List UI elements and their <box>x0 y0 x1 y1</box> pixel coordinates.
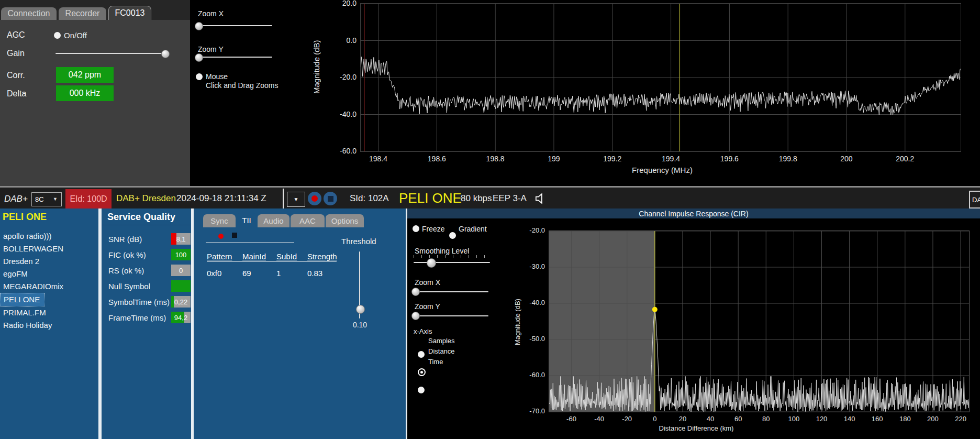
tii-tab-tii[interactable]: TII <box>237 213 257 227</box>
gain-slider-track[interactable] <box>55 53 169 54</box>
spectrum-x-axis-title: Frequency (MHz) <box>618 166 707 174</box>
x-tick-label: -40 <box>594 415 604 423</box>
x-tick-label: 140 <box>844 415 855 423</box>
black-square-icon <box>232 233 237 238</box>
station-item[interactable]: apollo radio))) <box>0 230 56 243</box>
delta-value: 000 kHz <box>56 85 114 101</box>
x-axis-radio-samples[interactable] <box>418 351 425 358</box>
mouse-zoom-radio[interactable] <box>196 73 203 80</box>
tii-tab-aac[interactable]: AAC <box>291 214 325 227</box>
chevron-down-icon: ▼ <box>53 196 58 202</box>
cir-zoom-x-label: Zoom X <box>415 278 440 287</box>
agc-radio[interactable] <box>54 32 61 39</box>
x-tick-label: 198.4 <box>369 155 387 163</box>
x-tick-label: 199.4 <box>662 155 680 163</box>
spectrum-zoom-x-track[interactable] <box>197 25 272 26</box>
tii-tab-options[interactable]: Options <box>326 214 364 227</box>
cir-zoom-y-label: Zoom Y <box>415 302 440 311</box>
corr-label: Corr. <box>7 71 25 80</box>
station-item[interactable]: Dresden 2 <box>0 255 43 268</box>
x-axis-radio-time[interactable] <box>418 387 425 393</box>
tuner-tab-fc0013[interactable]: FC0013 <box>108 6 151 20</box>
sq-value-badge: 8,1 <box>171 233 191 245</box>
tuner-tab-bar: ConnectionRecorderFC0013 <box>0 0 190 20</box>
mouse-zoom-hint: Click and Drag Zooms <box>206 81 279 90</box>
cir-zoom-x-track[interactable] <box>414 291 488 292</box>
tii-cell: 0.83 <box>307 269 322 278</box>
x-tick-label: 199.8 <box>779 155 797 163</box>
freeze-radio[interactable] <box>413 225 419 232</box>
station-item[interactable]: PELI ONE <box>0 293 44 306</box>
station-list: apollo radio)))BOLLERWAGENDresden 2egoFM… <box>0 230 68 332</box>
mouse-zoom-label: Mouse <box>206 72 228 81</box>
station-item[interactable]: Radio Holiday <box>0 319 56 332</box>
tii-col-header: MainId <box>242 252 266 261</box>
protection-level: EEP 3-A <box>493 193 527 204</box>
bitrate: 80 kbps <box>461 193 492 204</box>
x-tick-label: 40 <box>707 415 714 423</box>
sq-row-label: SymbolTime (ms) <box>108 298 170 306</box>
station-item[interactable]: egoFM <box>0 268 32 280</box>
station-item[interactable]: BOLLERWAGEN <box>0 243 68 255</box>
gain-slider-handle[interactable] <box>161 50 170 58</box>
ensemble-id-badge: EId: 100D <box>65 189 112 208</box>
threshold-slider-handle[interactable] <box>356 305 365 314</box>
tii-col-header: Strength <box>307 252 337 261</box>
sq-badge-value <box>171 280 191 292</box>
threshold-value: 0.10 <box>348 321 372 329</box>
smoothing-slider-track[interactable] <box>414 262 490 263</box>
station-item[interactable]: PRIMAL.FM <box>0 306 50 319</box>
tii-rule <box>206 242 294 243</box>
smoothing-slider-handle[interactable] <box>427 258 436 268</box>
station-item[interactable]: MEGARADIOmix <box>0 280 68 293</box>
x-axis-radio-label: Distance <box>428 347 455 355</box>
gradient-radio[interactable] <box>449 232 456 239</box>
station-list-panel: PELI ONE apollo radio)))BOLLERWAGENDresd… <box>0 208 98 439</box>
spectrum-plot[interactable]: 198.4198.6198.8199199.2199.4199.6199.820… <box>360 3 961 152</box>
spectrum-zoom-y-track[interactable] <box>197 57 272 58</box>
tii-col-header: Pattern <box>207 252 232 261</box>
x-tick-label: -20 <box>622 415 632 423</box>
record-button[interactable] <box>308 192 321 205</box>
spectrum-zoom-x-handle[interactable] <box>195 22 203 30</box>
channel-selector[interactable]: 8C ▼ <box>31 192 62 206</box>
x-axis-radio-distance[interactable] <box>418 368 426 376</box>
cir-zoom-y-track[interactable] <box>414 315 488 316</box>
stop-icon <box>328 196 333 202</box>
tuner-tab-connection[interactable]: Connection <box>1 7 57 20</box>
spectrum-zoom-y-label: Zoom Y <box>198 45 224 53</box>
x-tick-label: 20 <box>679 415 686 423</box>
x-tick-label: 80 <box>762 415 770 423</box>
stop-button[interactable] <box>324 192 337 205</box>
record-icon <box>311 195 318 202</box>
sq-row-label: FIC (ok %) <box>108 250 146 259</box>
status-bar: DAB+ 8C ▼ EId: 100D DAB+ Dresden 2024-09… <box>0 186 980 208</box>
dab-corner-button[interactable]: DA <box>969 191 980 208</box>
speaker-icon[interactable] <box>533 191 548 206</box>
tii-tab-audio[interactable]: Audio <box>258 214 289 227</box>
sq-row-label: SNR (dB) <box>108 235 142 244</box>
audio-dropdown-button[interactable]: ▼ <box>287 192 305 207</box>
y-tick-label: -40.0 <box>328 110 357 118</box>
tii-cell: 1 <box>276 269 281 278</box>
cir-zoom-y-handle[interactable] <box>411 312 420 320</box>
y-tick-label: 20.0 <box>328 0 357 7</box>
sq-value-badge: 100 <box>171 249 191 260</box>
sq-value-badge: 0 <box>171 265 191 276</box>
x-tick-label: 198.6 <box>428 155 446 163</box>
tuner-tab-recorder[interactable]: Recorder <box>59 7 106 20</box>
cir-zoom-x-handle[interactable] <box>411 288 420 296</box>
spectrum-y-axis-title: Magnitude (dB) <box>312 24 321 110</box>
y-tick-label: -20.0 <box>516 226 545 234</box>
sq-row-label: Null Symbol <box>108 282 150 291</box>
y-tick-label: -30.0 <box>516 262 545 270</box>
tii-tab-sync[interactable]: Sync <box>203 214 236 227</box>
current-service-name: PELI ONE <box>399 190 462 206</box>
agc-label: AGC <box>7 30 25 40</box>
tii-cell: 0xf0 <box>207 269 221 278</box>
freeze-label: Freeze <box>422 225 445 233</box>
channel-value: 8C <box>35 195 44 203</box>
spectrum-zoom-y-handle[interactable] <box>195 53 203 62</box>
sq-value-badge: 94,2 <box>171 312 191 323</box>
y-tick-label: -60.0 <box>328 147 357 155</box>
